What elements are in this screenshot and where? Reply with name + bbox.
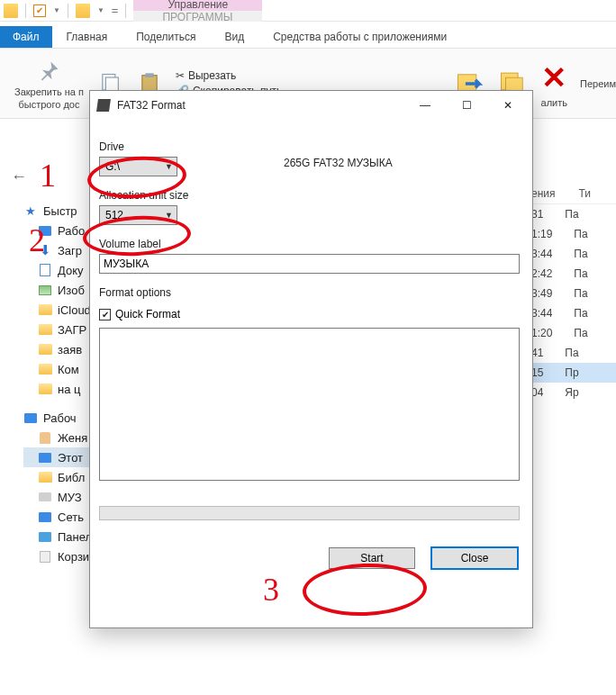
nav-back-icon[interactable]: ← <box>11 167 27 185</box>
folder-icon <box>38 342 52 357</box>
pin-icon <box>35 58 62 85</box>
drive-select-value: G:\ <box>105 160 120 173</box>
quick-format-label: Quick Format <box>115 308 180 320</box>
dialog-titlebar[interactable]: FAT32 Format — ☐ ✕ <box>90 91 532 119</box>
qat-dropdown2-icon[interactable]: ▼ <box>97 6 104 14</box>
list-row[interactable]: 3:49Па <box>531 284 616 303</box>
close-button[interactable]: Close <box>431 547 518 569</box>
cell-time: 2:42 <box>531 267 552 280</box>
svg-rect-3 <box>145 73 153 77</box>
qat-folder-icon[interactable] <box>76 4 90 18</box>
list-row[interactable]: 3:44Па <box>531 244 616 264</box>
checkbox-checked-icon: ✔ <box>99 309 111 320</box>
minimize-button[interactable]: — <box>404 93 446 118</box>
tab-file[interactable]: Файл <box>0 26 52 48</box>
list-row[interactable]: 2:42Па <box>531 264 616 284</box>
folder-app-icon <box>4 4 18 18</box>
app-dialog-icon <box>96 99 111 112</box>
cell-time: 1:20 <box>531 327 552 339</box>
cell-type: Па <box>565 208 578 221</box>
qat-dropdown-icon[interactable]: ▼ <box>53 6 60 14</box>
qat-overflow-icon[interactable]: = <box>112 4 119 17</box>
user-icon <box>38 430 52 445</box>
alloc-label: Allocation unit size <box>99 189 523 202</box>
star-icon: ★ <box>23 203 38 218</box>
tab-app-tools[interactable]: Средства работы с приложениями <box>258 26 461 48</box>
cell-time: 31 <box>531 208 543 221</box>
cell-type: Па <box>574 287 587 300</box>
quick-access-toolbar: ✔ ▼ ▼ = Управление ПРОГРАММЫ <box>0 0 616 22</box>
cell-type: Па <box>574 327 587 339</box>
quick-format-checkbox[interactable]: ✔ Quick Format <box>99 308 523 320</box>
folder-icon <box>38 362 52 376</box>
log-textarea[interactable] <box>99 328 520 481</box>
documents-icon <box>38 263 52 277</box>
cell-type: Па <box>574 248 587 260</box>
desktop-icon <box>38 223 52 238</box>
tab-view[interactable]: Вид <box>210 26 258 48</box>
format-options-label: Format options <box>99 286 523 299</box>
folder-icon <box>38 382 52 396</box>
ribbon-pin-label1: Закрепить на п <box>14 86 84 97</box>
cell-type: Па <box>574 307 587 320</box>
network-icon <box>38 510 52 524</box>
ribbon-pin-label2: быстрого дос <box>18 99 79 110</box>
cell-type: Па <box>574 267 587 280</box>
ribbon-tabs: Файл Главная Поделиться Вид Средства раб… <box>0 22 616 49</box>
progress-bar <box>99 506 520 520</box>
ribbon-rename-label: Переим <box>580 78 616 89</box>
ribbon-pin[interactable]: Закрепить на п быстрого дос <box>14 58 84 110</box>
list-row[interactable]: 1:19Па <box>531 224 616 244</box>
list-row[interactable]: 31Па <box>531 204 616 224</box>
folder-icon <box>38 322 52 337</box>
list-row[interactable]: 3:44Па <box>531 303 616 323</box>
folder-icon <box>38 302 52 317</box>
file-list-partial: ения Ти 31Па1:19Па3:44Па2:42Па3:49Па3:44… <box>531 187 616 402</box>
recycle-bin-icon <box>38 549 52 564</box>
drive-label: Drive <box>99 140 523 153</box>
maximize-button[interactable]: ☐ <box>446 93 487 118</box>
cell-time: 3:44 <box>531 307 552 320</box>
list-row[interactable]: 04Яр <box>531 383 616 402</box>
control-panel-icon <box>38 529 52 544</box>
cell-time: 41 <box>531 347 543 359</box>
list-row[interactable]: 15Пр <box>531 363 616 383</box>
ribbon-delete[interactable]: ✕ алить <box>541 59 567 108</box>
qat-checkbox-icon[interactable]: ✔ <box>33 5 46 17</box>
drive-info-text: 265G FAT32 МУЗЫКА <box>284 157 393 169</box>
alloc-select[interactable]: 512 ▼ <box>99 205 177 225</box>
start-button[interactable]: Start <box>329 547 415 569</box>
pc-icon <box>38 450 52 465</box>
cell-type: Па <box>574 228 587 240</box>
volume-label: Volume label <box>99 238 523 250</box>
close-x-button[interactable]: ✕ <box>487 93 529 118</box>
ribbon-delete-label: алить <box>541 97 567 108</box>
col-type[interactable]: Ти <box>579 187 592 200</box>
pictures-icon <box>38 283 52 297</box>
cell-time: 1:19 <box>531 228 552 240</box>
cell-time: 3:44 <box>531 248 552 260</box>
cell-time: 3:49 <box>531 287 552 300</box>
downloads-icon: ⬇ <box>38 243 52 257</box>
cell-time: 04 <box>531 386 543 399</box>
desktop-icon <box>23 411 38 425</box>
tab-home[interactable]: Главная <box>52 26 122 48</box>
list-row[interactable]: 41Па <box>531 343 616 363</box>
dialog-title: FAT32 Format <box>117 99 404 112</box>
cell-time: 15 <box>531 366 543 379</box>
cell-type: Па <box>565 347 578 359</box>
volume-label-input[interactable] <box>99 254 520 274</box>
tab-share[interactable]: Поделиться <box>122 26 210 48</box>
drive-select[interactable]: G:\ ▼ <box>99 157 177 176</box>
scissors-icon: ✂ <box>176 69 185 82</box>
drive-icon <box>38 490 52 504</box>
ribbon-rename[interactable]: Переим <box>580 78 616 89</box>
list-row[interactable]: 1:20Па <box>531 323 616 343</box>
col-modified[interactable]: ения <box>531 187 556 200</box>
fat32-format-dialog: FAT32 Format — ☐ ✕ Drive G:\ ▼ 265G FAT3… <box>89 90 533 628</box>
alloc-select-value: 512 <box>105 209 123 221</box>
cell-type: Пр <box>565 366 578 379</box>
contextual-tab-manage: Управление <box>133 0 262 11</box>
ribbon-cut[interactable]: ✂Вырезать <box>176 69 282 82</box>
cell-type: Яр <box>565 386 578 399</box>
